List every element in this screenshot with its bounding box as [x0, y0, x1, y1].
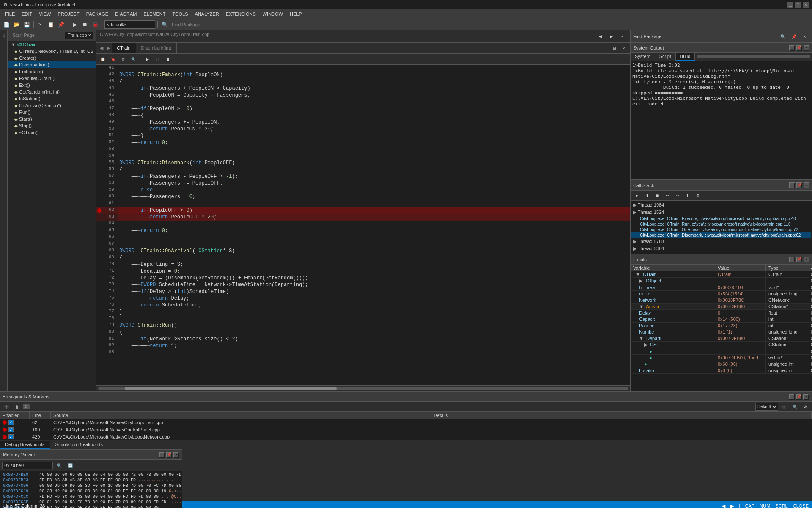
toolbar-btn-1[interactable]: 📋 — [98, 55, 107, 64]
toolbar-btn-7[interactable]: ⏹ — [163, 55, 172, 64]
bp-minimize-button[interactable]: _ — [789, 394, 795, 400]
callstack-close-button[interactable]: × — [804, 182, 809, 188]
tree-item-constructor[interactable]: ◆ CTrain(CNetwork*, TTrainID, int, CS — [8, 48, 96, 55]
cs-btn-5[interactable]: ↪ — [673, 191, 682, 200]
cs-entry-onarrival[interactable]: CityLoop.exe! CTrain::OnArrival, c:\vea\… — [631, 227, 811, 232]
bp-close-button[interactable]: × — [803, 394, 809, 400]
default-dropdown[interactable] — [104, 20, 155, 29]
editor-scrollbar[interactable] — [96, 385, 630, 391]
output-pin-button[interactable]: 📌 — [796, 45, 802, 51]
menu-diagram[interactable]: DIAGRAM — [112, 11, 140, 17]
memory-refresh-button[interactable]: 🔄 — [66, 461, 75, 470]
tree-item-disembark[interactable]: ◆ Disembark(int) — [8, 61, 96, 68]
cs-thread-5788[interactable]: ▶ Thread 5788 — [631, 238, 811, 245]
cs-btn-2[interactable]: ⏸ — [642, 191, 652, 200]
find-pkg-pin-button[interactable]: 📌 — [789, 32, 798, 41]
cs-btn-1[interactable]: ▶ — [632, 191, 642, 200]
find-button[interactable]: 🔍 — [160, 20, 169, 29]
tree-item-instation[interactable]: ◆ InStation() — [8, 95, 96, 102]
memory-minimize-button[interactable]: _ — [159, 452, 165, 458]
menu-file[interactable]: FILE — [2, 11, 18, 17]
tree-item-embark[interactable]: ◆ Embark(int) — [8, 68, 96, 75]
bp-columns-button[interactable]: ⊞ — [779, 402, 789, 411]
menu-package[interactable]: PACKAGE — [83, 11, 112, 17]
locals-row-location[interactable]: Locatio 0x0 (0) unsigned int 0x007dff30 — [631, 367, 812, 374]
cs-thread-5384[interactable]: ▶ Thread 5384 — [631, 245, 811, 252]
locals-row-hthread[interactable]: h_threa 0x00000104 void* 0x007dff08 — [631, 284, 812, 291]
locals-row-cst[interactable]: ▶ CSt CStation 0x007dfb80 — [631, 342, 812, 348]
memory-close-button[interactable]: × — [173, 452, 179, 458]
new-button[interactable]: 📄 — [2, 20, 11, 29]
tree-root-ctrain[interactable]: ▼ 🏷 CTrain — [8, 41, 96, 48]
bp-tab-simulation[interactable]: Simulation Breakpoints — [50, 441, 109, 449]
cs-btn-7[interactable]: ⚙ — [693, 191, 702, 200]
locals-close-button[interactable]: × — [804, 257, 809, 262]
locals-minimize-button[interactable]: _ — [789, 257, 795, 262]
output-scroll[interactable] — [697, 55, 810, 58]
maximize-button[interactable]: □ — [795, 2, 801, 8]
cs-entry-execute[interactable]: CityLoop.exe! CTrain::Execute, c:\vea\ci… — [631, 216, 811, 221]
stop-button[interactable]: ⏹ — [80, 20, 90, 29]
memory-address-input[interactable] — [2, 462, 53, 469]
find-pkg-search-button[interactable]: 🔍 — [778, 32, 787, 41]
menu-project[interactable]: PROJECT — [54, 11, 82, 17]
paste-button[interactable]: 📌 — [56, 20, 66, 29]
tree-item-run[interactable]: ◆ Run() — [8, 109, 96, 116]
locals-row-cst-sub1[interactable]: ● 0x007dfb80 — [631, 348, 812, 355]
menu-edit[interactable]: EDIT — [18, 11, 36, 17]
cs-btn-6[interactable]: ⬇ — [683, 191, 692, 200]
copy-button[interactable]: 📋 — [46, 20, 55, 29]
minimize-button[interactable]: _ — [787, 2, 793, 8]
train-cpp-tab[interactable]: Train.cpp × — [65, 32, 93, 39]
toolbar-btn-4[interactable]: 🔍 — [129, 55, 138, 64]
open-button[interactable]: 📂 — [12, 20, 21, 29]
tree-item-onarrival[interactable]: ◆ OnArrival(CStation*) — [8, 102, 96, 109]
cs-btn-3[interactable]: ⏹ — [653, 191, 662, 200]
bp-row-3[interactable]: ✓ 429 C:\VEA\CityLoop\Microsoft Native\C… — [0, 433, 812, 441]
tree-item-destructor[interactable]: ◆ ~CTrain() — [8, 129, 96, 136]
toolbar-btn-5[interactable]: ▶ — [143, 55, 152, 64]
bp-filter-btn[interactable]: 🔍 — [790, 402, 799, 411]
close-editor-button[interactable]: × — [617, 32, 627, 41]
split-editor-button[interactable]: ⊞ — [610, 44, 619, 53]
tab-nav-left[interactable]: ◀ — [98, 45, 105, 51]
output-tab-system[interactable]: System — [631, 53, 655, 61]
output-minimize-button[interactable]: _ — [789, 45, 795, 51]
memory-go-button[interactable]: 🔍 — [55, 461, 64, 470]
output-close-button[interactable]: × — [804, 45, 809, 51]
callstack-minimize-button[interactable]: _ — [789, 182, 795, 188]
output-tab-build[interactable]: Build — [676, 53, 695, 61]
bp-delete-button[interactable]: 🗑 — [12, 402, 22, 411]
menu-extensions[interactable]: EXTENSIONS — [222, 11, 259, 17]
locals-row-capacity[interactable]: Capacit 0x14 (500) int 0x007dff20 — [631, 316, 812, 323]
tab-ctrain[interactable]: CTrain — [112, 43, 136, 53]
bp-filter-dropdown[interactable]: Default — [755, 403, 778, 411]
locals-row-number[interactable]: Numbe 0x1 (1) unsigned long 0x007dff28 — [631, 329, 812, 335]
tree-item-create[interactable]: ◆ Create() — [8, 55, 96, 61]
tree-item-execute[interactable]: ◆ Execute(CTrain*) — [8, 75, 96, 82]
menu-analyzer[interactable]: ANALYZER — [192, 11, 222, 17]
tree-item-exit[interactable]: ◆ Exit() — [8, 82, 96, 88]
close-tab-button[interactable]: × — [619, 44, 628, 53]
locals-row-tobject[interactable]: ▶ TObject 0x007dfef0 — [631, 278, 812, 284]
save-button[interactable]: 💾 — [22, 20, 31, 29]
bp-checkbox-1[interactable]: ✓ — [8, 420, 14, 425]
nav-forward-button[interactable]: ▶ — [606, 32, 616, 41]
nav-back-button[interactable]: ◀ — [595, 32, 605, 41]
start-page-tab[interactable]: Start Page — [10, 32, 37, 39]
tree-item-stop[interactable]: ◆ Stop() — [8, 122, 96, 129]
bp-add-button[interactable]: ➕ — [2, 402, 11, 411]
run-button[interactable]: ▶ — [70, 20, 80, 29]
toolbar-btn-2[interactable]: 🔖 — [108, 55, 118, 64]
locals-pin-button[interactable]: 📌 — [796, 257, 802, 262]
menu-element[interactable]: ELEMENT — [140, 11, 169, 17]
bp-settings-btn[interactable]: ⚙ — [801, 402, 810, 411]
cs-entry-run[interactable]: CityLoop.exe! CTrain::Run, c:\vea\citylo… — [631, 221, 811, 227]
tree-item-start[interactable]: ◆ Start() — [8, 116, 96, 122]
close-button[interactable]: × — [803, 2, 809, 8]
cs-thread-1524[interactable]: ▶ Thread 1524 — [631, 209, 811, 216]
toolbar-btn-3[interactable]: ⚙ — [118, 55, 128, 64]
tab-disembark[interactable]: Disembark(int) — [136, 43, 177, 53]
locals-row-departing[interactable]: ▼ Departi 0x007DFB80 CStation* 0x007dff2… — [631, 335, 812, 342]
menu-tools[interactable]: TOOLS — [169, 11, 191, 17]
